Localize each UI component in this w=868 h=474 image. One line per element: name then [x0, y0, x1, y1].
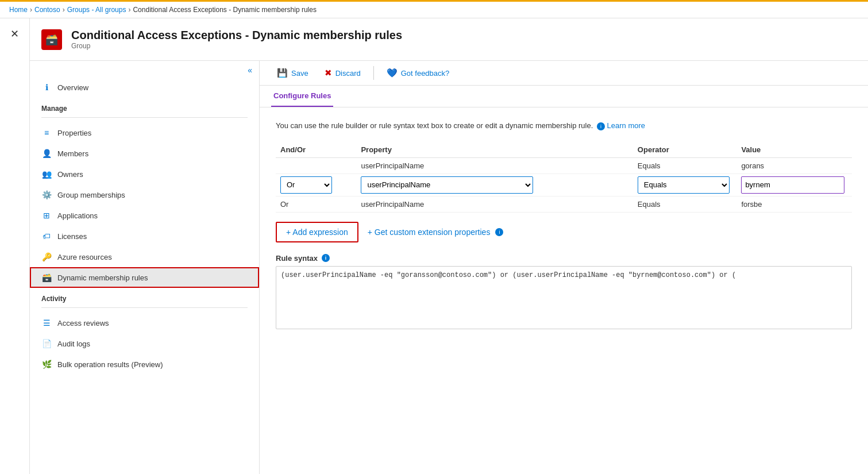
- sidebar-item-licenses[interactable]: 🏷 Licenses: [30, 226, 259, 246]
- row3-operator: Equals: [633, 196, 737, 212]
- sidebar-item-azure-resources[interactable]: 🔑 Azure resources: [30, 246, 259, 267]
- feedback-button[interactable]: 💙 Got feedback?: [381, 65, 456, 80]
- operator-select[interactable]: Equals Not Equals Contains Not Contains: [638, 176, 730, 194]
- activity-section-label: Activity: [30, 288, 259, 305]
- rule-syntax-label-row: Rule syntax i: [276, 254, 852, 263]
- table-row-1: userPrincipalName Equals gorans: [276, 157, 852, 174]
- gear-icon: ⚙️: [41, 190, 52, 200]
- body-layout: « ℹ Overview Manage ≡ Properties 👤 Membe…: [30, 61, 868, 474]
- row3-value: forsbe: [736, 196, 852, 212]
- manage-section-label: Manage: [30, 98, 259, 115]
- row1-andor: [276, 157, 356, 174]
- sidebar-item-members[interactable]: 👤 Members: [30, 143, 259, 164]
- manage-divider: [41, 117, 248, 118]
- sidebar-azure-resources-label: Azure resources: [57, 253, 112, 261]
- sidebar-audit-logs-label: Audit logs: [57, 340, 90, 348]
- toolbar-divider: [373, 66, 374, 80]
- sidebar-access-reviews-label: Access reviews: [57, 319, 109, 327]
- info-icon: ℹ: [41, 82, 52, 93]
- content-area: 💾 Save ✖ Discard 💙 Got feedback? Configu…: [260, 61, 868, 474]
- sidebar-owners-label: Owners: [57, 170, 83, 179]
- sidebar-item-group-memberships[interactable]: ⚙️ Group memberships: [30, 184, 259, 205]
- discard-label: Discard: [335, 69, 361, 78]
- sidebar-group-memberships-label: Group memberships: [57, 191, 125, 199]
- sidebar-item-access-reviews[interactable]: ☰ Access reviews: [30, 313, 259, 333]
- doc-icon: 📄: [41, 338, 52, 349]
- close-column: ✕: [0, 18, 30, 474]
- tag-icon: 🏷: [41, 231, 52, 241]
- get-custom-button[interactable]: + Get custom extension properties i: [368, 228, 504, 237]
- row1-property: userPrincipalName: [356, 157, 632, 174]
- custom-info-icon: i: [495, 228, 503, 236]
- save-icon: 💾: [277, 68, 288, 78]
- table-row-edit: And Or userPrincipalName displayName mai…: [276, 174, 852, 196]
- row3-andor: Or: [276, 196, 356, 212]
- rule-syntax-textarea[interactable]: [276, 266, 852, 329]
- sidebar-item-properties[interactable]: ≡ Properties: [30, 122, 259, 143]
- table-row-3: Or userPrincipalName Equals forsbe: [276, 196, 852, 212]
- breadcrumb-groups[interactable]: Groups - All groups: [67, 6, 126, 14]
- sidebar-dynamic-membership-label: Dynamic membership rules: [57, 273, 148, 282]
- edit-andor-cell: And Or: [276, 174, 356, 196]
- row1-operator: Equals: [633, 157, 737, 174]
- row3-property: userPrincipalName: [356, 196, 632, 212]
- edit-operator-cell: Equals Not Equals Contains Not Contains: [633, 174, 737, 196]
- breadcrumb-home[interactable]: Home: [9, 6, 28, 14]
- leaf-icon: 🌿: [41, 359, 52, 369]
- sidebar-members-label: Members: [57, 149, 88, 158]
- discard-icon: ✖: [325, 68, 332, 78]
- header-panel: 🗃️ Conditional Access Exceptions - Dynam…: [30, 18, 868, 61]
- grid-icon: ⊞: [41, 210, 52, 221]
- sidebar-item-owners[interactable]: 👥 Owners: [30, 164, 259, 184]
- rule-syntax-section: Rule syntax i: [276, 254, 852, 331]
- key-icon: 🔑: [41, 252, 52, 262]
- row1-value: gorans: [736, 157, 852, 174]
- case-icon: 🗃️: [41, 272, 52, 283]
- info-circle-icon: i: [597, 122, 605, 130]
- property-select[interactable]: userPrincipalName displayName mail depar…: [361, 176, 533, 194]
- col-header-operator: Operator: [633, 142, 737, 158]
- page-title: Conditional Access Exceptions - Dynamic …: [71, 29, 402, 42]
- rules-table: And/Or Property Operator Value userPrinc…: [276, 142, 852, 213]
- list-icon: ☰: [41, 318, 52, 328]
- save-label: Save: [291, 69, 308, 78]
- sidebar-bulk-operation-label: Bulk operation results (Preview): [57, 360, 163, 369]
- col-header-andor: And/Or: [276, 142, 356, 158]
- add-expression-button[interactable]: + Add expression: [276, 222, 358, 242]
- col-header-value: Value: [736, 142, 852, 158]
- save-button[interactable]: 💾 Save: [271, 65, 314, 80]
- page-subtitle: Group: [71, 42, 402, 50]
- user-icon: 👤: [41, 148, 52, 159]
- sidebar-applications-label: Applications: [57, 211, 98, 220]
- sidebar-item-dynamic-membership-rules[interactable]: 🗃️ Dynamic membership rules: [30, 267, 259, 288]
- col-header-property: Property: [356, 142, 632, 158]
- main-layout: ✕ 🗃️ Conditional Access Exceptions - Dyn…: [0, 18, 868, 474]
- bars-icon: ≡: [41, 128, 52, 138]
- breadcrumb-contoso[interactable]: Contoso: [34, 6, 60, 14]
- breadcrumb-current: Conditional Access Exceptions - Dynamic …: [133, 6, 316, 14]
- get-custom-label: + Get custom extension properties: [368, 228, 491, 237]
- sidebar-properties-label: Properties: [57, 129, 91, 137]
- sidebar-overview-label: Overview: [57, 83, 88, 92]
- close-button[interactable]: ✕: [6, 25, 24, 43]
- sidebar-item-bulk-operation[interactable]: 🌿 Bulk operation results (Preview): [30, 354, 259, 375]
- tab-configure-rules[interactable]: Configure Rules: [271, 86, 333, 107]
- activity-divider: [41, 307, 248, 308]
- andor-select[interactable]: And Or: [280, 176, 332, 194]
- collapse-button[interactable]: «: [248, 65, 252, 75]
- tabs-bar: Configure Rules: [260, 86, 868, 107]
- collapse-btn-row: «: [30, 61, 259, 77]
- sidebar: « ℹ Overview Manage ≡ Properties 👤 Membe…: [30, 61, 260, 474]
- heart-icon: 💙: [387, 68, 398, 78]
- learn-more-link[interactable]: Learn more: [607, 121, 645, 130]
- header-text: Conditional Access Exceptions - Dynamic …: [71, 29, 402, 50]
- feedback-label: Got feedback?: [401, 69, 450, 78]
- rule-syntax-title: Rule syntax: [276, 254, 318, 263]
- discard-button[interactable]: ✖ Discard: [319, 65, 367, 80]
- user-circle-icon: 👥: [41, 169, 52, 179]
- sidebar-item-applications[interactable]: ⊞ Applications: [30, 205, 259, 226]
- sidebar-item-audit-logs[interactable]: 📄 Audit logs: [30, 333, 259, 354]
- value-input[interactable]: [741, 176, 844, 194]
- sidebar-item-overview[interactable]: ℹ Overview: [30, 77, 259, 98]
- toolbar: 💾 Save ✖ Discard 💙 Got feedback?: [260, 61, 868, 86]
